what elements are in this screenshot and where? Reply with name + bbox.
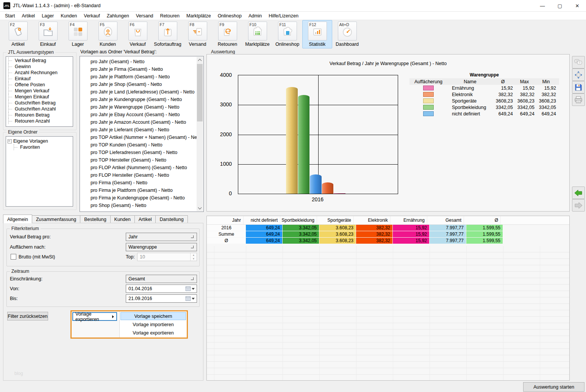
toolbar-button-versand[interactable]: F8 Versand (183, 20, 213, 48)
close-button[interactable]: ✕ (569, 0, 586, 11)
list-item[interactable]: pro Jahr je Lieferant (Gesamt) - Netto (80, 126, 197, 134)
list-item[interactable]: pro FLOP Artikel (Nummern) (Gesamt) - Ne… (80, 164, 197, 171)
einschraenkung-combobox[interactable]: Gesamt (126, 275, 197, 283)
tree-item[interactable]: Gewinn (6, 64, 73, 70)
toolbar-button-einkauf[interactable]: F3 Einkauf (33, 20, 63, 48)
tree-item[interactable]: Retouren Betrag (6, 112, 73, 118)
list-item[interactable]: pro Firma je Kundengruppe (Gesamt) - Net… (80, 194, 197, 202)
tree-item[interactable]: Mengen Einkauf (6, 94, 73, 100)
list-item[interactable]: pro Jahr (Gesamt) - Netto (80, 58, 197, 65)
nav-forward-button[interactable] (572, 199, 585, 212)
list-item[interactable]: pro TOP Artikel (Nummer + Namen) (Gesamt… (80, 134, 197, 141)
list-item[interactable]: pro Firma (Gesamt) - Netto (80, 179, 197, 187)
tab-bestellung[interactable]: Bestellung (80, 215, 110, 223)
auswertung-starten-button[interactable]: Auswertung starten (523, 382, 584, 392)
von-datepicker[interactable]: 01.04.2016 (126, 285, 197, 293)
list-item[interactable]: pro Jahr je Plattform (Gesamt) - Netto (80, 73, 197, 81)
list-item[interactable]: pro Shop (Gesamt) - Netto (80, 202, 197, 209)
list-item[interactable]: pro TOP Hersteller (Gesamt) - Netto (80, 156, 197, 164)
top-spinner[interactable]: 10 ▲▼ (137, 253, 197, 261)
toolbar-button-lager[interactable]: F4 Lager (63, 20, 93, 48)
checkbox-icon[interactable] (11, 254, 16, 260)
save-button[interactable] (572, 81, 585, 93)
toolbar-button-marktplaetze[interactable]: F10 Marktplätze (242, 20, 272, 48)
list-item[interactable]: pro Jahr je Warengruppe (Gesamt) - Netto (80, 103, 197, 111)
list-item[interactable]: pro TOP Lieferadressen (Gesamt) - Netto (80, 149, 197, 156)
help-button[interactable]: ?? (572, 56, 585, 68)
toolbar-button-kunden[interactable]: F5 Kunden (93, 20, 123, 48)
column-header[interactable]: Elektronik (354, 216, 391, 224)
list-item[interactable]: pro Jahr je Amazon Account (Gesamt) - Ne… (80, 118, 197, 126)
toolbar-button-statistik[interactable]: F12 Statistik (302, 20, 332, 48)
list-item[interactable]: pro FLOP Hersteller (Gesamt) - Netto (80, 171, 197, 179)
auffaechern-nach-combobox[interactable]: Warengruppe (126, 243, 197, 251)
tree-item[interactable]: Retouren Anzahl (6, 118, 73, 124)
tree-item-favoriten[interactable]: Favoriten (6, 144, 73, 150)
list-item[interactable]: pro Jahr je Firma (Gesamt) - Netto (80, 65, 197, 73)
scrollbar-thumb[interactable] (197, 64, 203, 121)
toolbar-button-dashboard[interactable]: Alt+D Dashboard (332, 20, 362, 48)
column-header[interactable]: Sportgeräte (317, 216, 354, 224)
toolbar-button-sofortauftrag[interactable]: F7 Sofortauftrag (153, 20, 183, 48)
toolbar-button-verkauf[interactable]: F6 Verkauf (123, 20, 153, 48)
menu-item[interactable]: Retouren (157, 12, 183, 19)
list-item[interactable]: pro Jahr je Shop (Gesamt) - Netto (80, 81, 197, 88)
maximize-button[interactable]: ▢ (551, 0, 569, 11)
scrollbar[interactable] (197, 57, 203, 211)
tab-zusammenfassung[interactable]: Zusammenfassung (32, 215, 80, 223)
toolbar-button-artikel[interactable]: F2 Artikel (3, 20, 33, 48)
menu-item-vorlage-speichern[interactable]: Vorlage speichern (120, 312, 186, 320)
tree-item[interactable]: Verkauf Betrag (6, 58, 73, 64)
column-header[interactable]: nicht definiert (244, 216, 280, 224)
brutto-checkbox-row[interactable]: Brutto (mit MwSt) (11, 254, 55, 260)
tree-item-eigene-vorlagen[interactable]: Eigene Vorlagen (6, 138, 73, 144)
menu-item-vorlage-exportieren[interactable]: Vorlage exportieren (120, 329, 186, 337)
nav-back-button[interactable] (572, 187, 585, 199)
minimize-button[interactable]: — (534, 0, 551, 11)
menu-item[interactable]: Zahlungen (103, 12, 133, 19)
menu-item[interactable]: Artikel (18, 12, 38, 19)
menu-item[interactable]: Kunden (57, 12, 80, 19)
toolbar-button-onlineshop[interactable]: F11 Onlineshop (272, 20, 302, 48)
list-item[interactable]: pro Jahr je Kundengruppe (Gesamt) - Nett… (80, 96, 197, 103)
column-header[interactable]: Jahr (207, 216, 244, 224)
list-item[interactable]: pro Jahr je Ebay Account (Gesamt) - Nett… (80, 111, 197, 118)
table-row[interactable]: Ø649,243.342,053.608,23382,3215,927.997,… (207, 238, 569, 244)
collapse-icon[interactable] (8, 139, 12, 143)
pan-button[interactable] (572, 68, 585, 81)
menu-item[interactable]: Versand (133, 12, 157, 19)
table-row[interactable]: 2016649,243.342,053.608,23382,3215,927.9… (207, 225, 569, 231)
tab-artikel[interactable]: Artikel (134, 215, 156, 223)
tree-item[interactable]: Gutschriften Anzahl (6, 106, 73, 112)
menu-item[interactable]: Start (2, 12, 18, 19)
menu-item[interactable]: Admin (245, 12, 265, 19)
spin-down-icon[interactable]: ▼ (191, 257, 197, 261)
column-header[interactable]: Ernährung (391, 216, 427, 224)
list-item[interactable]: pro TOP Kunden (Gesamt) - Netto (80, 141, 197, 149)
table-row[interactable]: Summe649,243.342,053.608,23382,3215,927.… (207, 231, 569, 237)
column-header[interactable]: Ø (464, 216, 501, 224)
menu-item[interactable]: Onlineshop (214, 12, 245, 19)
tab-kunden[interactable]: Kunden (110, 215, 135, 223)
toolbar-button-retouren[interactable]: F9 Retouren (213, 20, 242, 48)
list-item[interactable]: pro Firma je Plattform (Gesamt) - Netto (80, 187, 197, 194)
bis-datepicker[interactable]: 21.09.2016 (126, 294, 197, 303)
scroll-up-icon[interactable] (197, 57, 203, 63)
tree-item[interactable]: Anzahl Rechnungen (6, 70, 73, 76)
column-header[interactable]: Gesamt (427, 216, 464, 224)
tab-allgemein[interactable]: Allgemein (3, 215, 32, 223)
tree-item[interactable]: Mengen Verkauf (6, 88, 73, 94)
menu-item[interactable]: Verkauf (80, 12, 103, 19)
vorlage-exportieren-dropdown-button[interactable]: Vorlage exportieren (72, 312, 117, 321)
menu-item[interactable]: Marktplätze (183, 12, 214, 19)
tree-item[interactable]: Einkauf (6, 76, 73, 82)
menu-item-vorlage-importieren[interactable]: Vorlage importieren (120, 320, 186, 328)
column-header[interactable]: Sportbekleidung (280, 216, 317, 224)
tab-darstellung[interactable]: Darstellung (155, 215, 188, 223)
tree-item[interactable]: Offene Posten (6, 82, 73, 88)
scroll-down-icon[interactable] (197, 205, 203, 211)
print-button[interactable] (572, 93, 585, 106)
menu-item[interactable]: Lager (38, 12, 57, 19)
list-item[interactable]: pro Jahr je Land (Lieferadresse) (Gesamt… (80, 88, 197, 96)
filter-reset-button[interactable]: Filter zurücksetzen (7, 312, 48, 320)
